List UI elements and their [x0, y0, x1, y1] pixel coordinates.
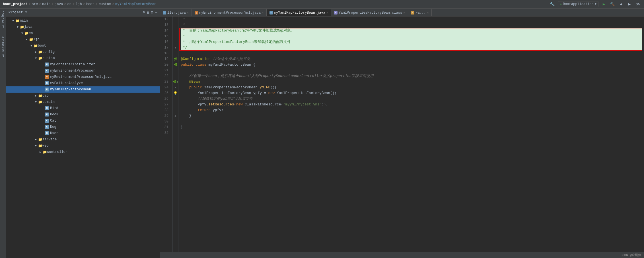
tab-close-fa[interactable]: ✕ — [427, 11, 429, 14]
panel-dropdown-icon[interactable]: ▼ — [25, 11, 27, 14]
tree-item-config[interactable]: ▶ 📁 config — [6, 49, 160, 55]
forward-button[interactable]: ▶ — [626, 1, 633, 7]
arrow-java: ▼ — [15, 26, 20, 29]
tree-label-config: config — [42, 50, 55, 54]
code-str-27: "myyml/mytest.yml" — [283, 102, 322, 107]
code-line-19: @Configuration //让这个类成为配置类 — [181, 56, 642, 62]
gutter-32 — [173, 130, 178, 136]
yaml-icon-myEnvironmentProcessorYml: y — [45, 75, 49, 79]
folder-cn-icon: 📁 — [24, 31, 29, 36]
minimize-icon[interactable]: — — [155, 10, 157, 15]
run-button[interactable]: ▶ — [601, 1, 607, 7]
tree-item-web[interactable]: ▼ 📁 web — [6, 143, 160, 149]
class-icon-myEnvironmentProcessor: C — [45, 69, 49, 73]
tab-close-YamlPropertiesFactoryBeanClass[interactable]: ✕ — [403, 11, 405, 14]
tab-close-envProcessorYml[interactable]: ✕ — [262, 11, 264, 14]
code-content-14: * 目的：YamlMapFactoryBean：它将YAML文件加载成Map对象… — [181, 28, 295, 34]
bean-icon-20[interactable]: 🌿 — [174, 63, 177, 66]
code-kw-class: class — [196, 62, 209, 68]
gutter-16 — [173, 39, 178, 45]
tree-label-myYamlMapFactoryBean: myYamlMapFactoryBean — [50, 88, 91, 91]
tree-item-myContainerInitializer[interactable]: ▶ C myContainerInitializer — [6, 61, 160, 68]
code-comment-26: //加载指定的yml自定义配置文件 — [181, 96, 253, 102]
tree-item-myEnvironmentProcessorYml[interactable]: ▶ y myEnvironmentProcessorYml.java — [6, 74, 160, 80]
fold-icon-24[interactable]: ▼ — [174, 86, 176, 89]
tree-item-dog[interactable]: ▶ C Dog — [6, 124, 160, 130]
tree-label-service: service — [42, 138, 57, 142]
sidebar-strip-structure[interactable]: Z: Structure — [1, 35, 5, 58]
tree-item-book[interactable]: ▶ C Book — [6, 111, 160, 118]
tree-label-myEnvironmentProcessor: myEnvironmentProcessor — [50, 69, 95, 73]
run-config-selector[interactable]: ☕ BootApplication ▼ — [558, 1, 598, 7]
bean-icon-23a[interactable]: 🌿 — [173, 80, 176, 84]
tab-bar: C ller.java ✕ y myEnvironmentProcessorYm… — [160, 9, 644, 16]
tab-label-ller: ller.java — [167, 11, 186, 15]
breadcrumb-ljh: ljh — [76, 2, 82, 6]
collapse-icon[interactable]: ⇅ — [147, 10, 149, 15]
tree-label-boot: boot — [38, 44, 46, 48]
tab-YamlPropertiesFactoryBeanClass[interactable]: C YamlPropertiesFactoryBean.class ✕ — [331, 9, 408, 16]
tree-label-main: main — [20, 19, 28, 23]
hammer-icon[interactable]: 🔧 — [549, 1, 555, 7]
tree-item-custom[interactable]: ▼ 📁 custom — [6, 55, 160, 61]
gutter-25: 💡 — [173, 90, 178, 96]
bean-icon-19[interactable]: 🌿 — [174, 57, 177, 61]
more-button[interactable]: ≫ — [635, 1, 641, 7]
tab-ller[interactable]: C ller.java ✕ — [160, 9, 192, 16]
tree-item-boot[interactable]: ▼ 📁 boot — [6, 43, 160, 49]
tree-label-bird: Bird — [50, 106, 58, 110]
tree-item-ljh[interactable]: ▼ 📁 ljh — [6, 36, 160, 43]
settings-icon[interactable]: ⚙ — [151, 10, 153, 15]
tree-item-cn[interactable]: ▼ 📁 cn — [6, 30, 160, 36]
tab-fa[interactable]: I Fa... ✕ — [408, 9, 432, 16]
gutter-22 — [173, 73, 178, 79]
tab-close-myYamlMapFactoryBean[interactable]: ✕ — [326, 11, 328, 14]
tree-label-java: java — [24, 25, 32, 29]
tab-myYamlMapFactoryBean[interactable]: C myYamlMapFactoryBean.java ✕ — [267, 9, 331, 16]
code-comment-22: //创建一个bean，然后将这个bean注入到PropertySourceLoa… — [181, 73, 374, 79]
arrow-domain: ▼ — [34, 101, 38, 104]
back-button[interactable]: ◀ — [618, 1, 624, 7]
locate-icon[interactable]: ⊕ — [143, 10, 145, 15]
gutter-17: ▼ — [173, 45, 178, 51]
tree-item-myEnvironmentProcessor[interactable]: ▶ C myEnvironmentProcessor — [6, 68, 160, 74]
code-returntype: YamlPropertiesFactoryBean — [204, 85, 260, 90]
folder-controller-icon: 📁 — [43, 150, 47, 154]
status-bar: CSDN @金刚狼 — [160, 252, 644, 258]
code-line-24: public YamlPropertiesFactoryBean ymlFB (… — [181, 85, 642, 90]
gutter-26 — [173, 96, 178, 102]
tree-item-service[interactable]: ▶ 📁 service — [6, 136, 160, 143]
bulb-icon-25[interactable]: 💡 — [173, 91, 178, 95]
tree-item-myFailureAnalyze[interactable]: ▶ C myFailureAnalyze — [6, 80, 160, 86]
main-layout: 1: Project Z: Structure Project ▼ ⊕ ⇅ ⚙ … — [0, 9, 644, 258]
build-button[interactable]: 🔨 — [609, 1, 616, 7]
tree-item-controller[interactable]: ▶ 📁 controller — [6, 149, 160, 155]
tree-item-cat[interactable]: ▶ C Cat — [6, 118, 160, 124]
code-editor[interactable]: * * * 目的：YamlMapFactoryBean：它将YAML文件加载成M… — [178, 16, 644, 252]
tree-item-main[interactable]: ▼ 📁 main — [6, 18, 160, 24]
code-content-18 — [181, 51, 183, 56]
code-line-29: } — [181, 113, 642, 119]
tree-item-java[interactable]: ▼ 📁 java — [6, 24, 160, 30]
sidebar-strip: 1: Project Z: Structure — [0, 9, 6, 258]
gutter-15 — [173, 34, 178, 39]
tree-item-bird[interactable]: ▶ C Bird — [6, 105, 160, 111]
line-num-19: 19 — [160, 56, 170, 62]
run-config-dropdown-icon[interactable]: ▼ — [595, 3, 596, 6]
breadcrumb-boot: boot — [86, 2, 94, 6]
arrow-web: ▼ — [34, 144, 38, 147]
fold-icon-17[interactable]: ▼ — [174, 46, 176, 49]
sidebar-strip-project[interactable]: 1: Project — [1, 10, 5, 29]
code-content-13: * — [181, 22, 185, 28]
tab-myEnvironmentProcessorYml[interactable]: y myEnvironmentProcessorYml.java ✕ — [192, 9, 267, 16]
line-num-12: 12 — [160, 16, 170, 22]
tree-item-dao[interactable]: ▶ 📁 dao — [6, 93, 160, 99]
tree-item-myYamlMapFactoryBean[interactable]: ▶ C myYamlMapFactoryBean — [6, 86, 160, 93]
tree-item-user[interactable]: ▶ C User — [6, 130, 160, 136]
fold-icon-23b[interactable]: ◆ — [176, 80, 178, 84]
tree-item-domain[interactable]: ▼ 📁 domain — [6, 99, 160, 105]
class-icon-bird: C — [45, 106, 49, 110]
fold-icon-29[interactable]: ▲ — [174, 115, 176, 118]
arrow-cn: ▼ — [20, 32, 24, 35]
tab-close-ller[interactable]: ✕ — [187, 11, 189, 14]
